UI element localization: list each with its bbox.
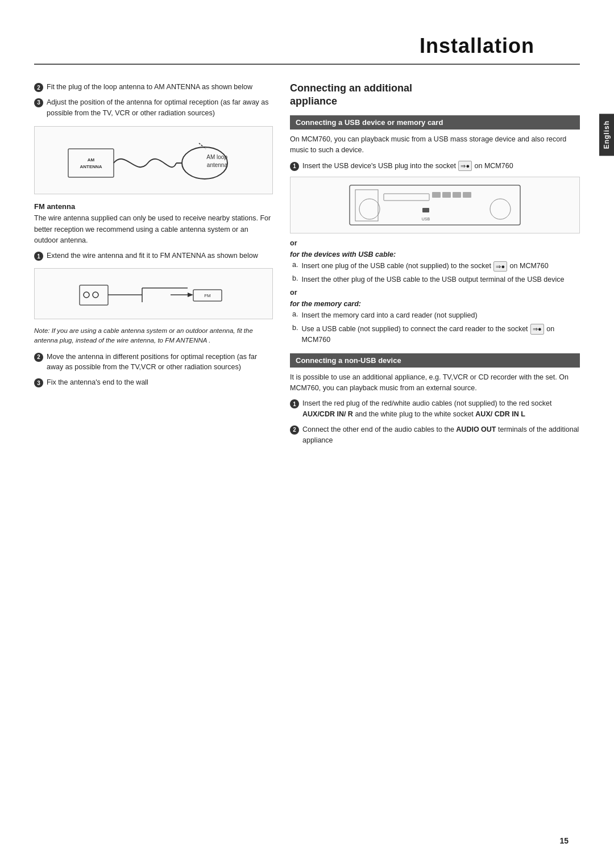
usb-intro: On MCM760, you can playback music from a… — [290, 134, 580, 156]
section-title: Connecting an additional appliance — [290, 82, 580, 108]
non-usb-step2: 2 Connect the other end of the audio cab… — [290, 424, 580, 446]
step-3-text: Adjust the position of the antenna for o… — [47, 97, 273, 119]
move-step2-text: Move the antenna in different positions … — [47, 352, 273, 373]
page-container: Installation English 2 Fit the plug of t… — [0, 0, 614, 868]
fm-antenna-desc: The wire antenna supplied can only be us… — [34, 213, 273, 246]
svg-point-10 — [93, 292, 98, 298]
sub-a-label: a. — [292, 261, 298, 272]
right-column: Connecting an additional appliance Conne… — [290, 82, 580, 450]
mem-a-label: a. — [292, 310, 298, 321]
svg-point-26 — [490, 199, 511, 219]
usb-step1-circle: 1 — [290, 162, 299, 171]
usb-sub-a: a. Insert one plug of the USB cable (not… — [290, 261, 580, 272]
step-3-adjust: 3 Adjust the position of the antenna for… — [34, 97, 273, 119]
fm-antenna-diagram: FM — [34, 268, 273, 319]
svg-rect-27 — [422, 208, 429, 212]
non-usb-step1-circle: 1 — [290, 399, 299, 408]
or-label-1: or — [290, 239, 580, 247]
step-2-loop: 2 Fit the plug of the loop antenna to AM… — [34, 82, 273, 93]
non-usb-step1: 1 Insert the red plug of the red/white a… — [290, 398, 580, 420]
svg-text:AM loop: AM loop — [206, 154, 227, 160]
svg-rect-21 — [432, 192, 441, 198]
fm-step1-text: Extend the wire antenna and fit it to FM… — [47, 251, 273, 261]
left-column: 2 Fit the plug of the loop antenna to AM… — [34, 82, 273, 450]
svg-rect-19 — [355, 190, 378, 221]
usb-symbol-inline: ⇒● — [458, 161, 472, 172]
svg-rect-22 — [442, 192, 451, 198]
svg-text:FM: FM — [204, 293, 211, 298]
usb-sub-b: b. Insert the other plug of the USB cabl… — [290, 274, 580, 285]
usb-step1: 1 Insert the USB device's USB plug into … — [290, 161, 580, 172]
or-label-2: or — [290, 289, 580, 297]
section-title-line2: appliance — [290, 95, 337, 107]
mem-a-text: Insert the memory card into a card reade… — [301, 310, 477, 321]
fm-diagram-svg: FM — [74, 274, 233, 314]
non-usb-desc: It is possible to use an additional appl… — [290, 372, 580, 394]
svg-point-9 — [84, 292, 89, 298]
svg-rect-23 — [453, 192, 461, 198]
am-antenna-diagram: AM ANTENNA AM loop antenna — [34, 126, 273, 194]
svg-rect-20 — [384, 194, 429, 201]
move-step2-circle: 2 — [34, 353, 43, 362]
non-usb-step2-text: Connect the other end of the audio cable… — [302, 424, 580, 446]
fix-step3-text: Fix the antenna's end to the wall — [47, 377, 273, 388]
svg-text:AM: AM — [88, 157, 95, 162]
usb-sym-mem: ⇒● — [530, 324, 544, 335]
sub-a-text: Insert one plug of the USB cable (not su… — [301, 261, 548, 272]
fm-antenna-heading: FM antenna — [34, 202, 273, 211]
fm-step1: 1 Extend the wire antenna and fit it to … — [34, 251, 273, 261]
device-svg: USB — [338, 180, 532, 231]
svg-text:antenna: antenna — [207, 162, 228, 168]
sub-b-text: Insert the other plug of the USB cable t… — [301, 274, 564, 285]
move-step2: 2 Move the antenna in different position… — [34, 352, 273, 373]
step-2-circle: 2 — [34, 83, 43, 92]
fix-step3: 3 Fix the antenna's end to the wall — [34, 377, 273, 388]
mem-sub-b: b. Use a USB cable (not supplied) to con… — [290, 324, 580, 345]
usb-heading: Connecting a USB device or memory card — [290, 115, 580, 130]
page-number: 15 — [559, 836, 569, 845]
am-antenna-svg: AM ANTENNA AM loop antenna — [63, 132, 244, 189]
for-memory-card: for the memory card: — [290, 300, 580, 308]
content-area: 2 Fit the plug of the loop antenna to AM… — [0, 82, 614, 450]
step-2-text: Fit the plug of the loop antenna to AM A… — [47, 82, 273, 93]
usb-sym-a: ⇒● — [493, 261, 507, 272]
non-usb-heading: Connecting a non-USB device — [290, 353, 580, 368]
non-usb-step2-circle: 2 — [290, 425, 299, 435]
for-usb-cable: for the devices with USB cable: — [290, 251, 580, 258]
fm-note: Note: If you are using a cable antenna s… — [34, 326, 273, 346]
svg-point-25 — [359, 199, 380, 219]
svg-rect-0 — [68, 149, 114, 177]
usb-step1-text: Insert the USB device's USB plug into th… — [302, 161, 580, 172]
page-title: Installation — [34, 34, 534, 58]
mem-b-text: Use a USB cable (not supplied) to connec… — [301, 324, 580, 345]
step-3-circle: 3 — [34, 98, 43, 107]
svg-marker-15 — [188, 293, 193, 297]
device-diagram: USB — [290, 177, 580, 233]
non-usb-step1-text: Insert the red plug of the red/white aud… — [302, 398, 580, 420]
svg-rect-18 — [350, 185, 520, 225]
page-title-bar: Installation — [34, 34, 580, 65]
mem-b-label: b. — [292, 324, 298, 345]
mem-sub-a: a. Insert the memory card into a card re… — [290, 310, 580, 321]
fix-step3-circle: 3 — [34, 378, 43, 387]
section-title-line1: Connecting an additional — [290, 82, 412, 94]
lang-tab: English — [599, 114, 614, 156]
svg-text:ANTENNA: ANTENNA — [80, 164, 102, 169]
svg-text:USB: USB — [422, 217, 430, 221]
fm-step1-circle: 1 — [34, 252, 43, 261]
sub-b-label: b. — [292, 274, 298, 285]
svg-rect-24 — [463, 192, 471, 198]
